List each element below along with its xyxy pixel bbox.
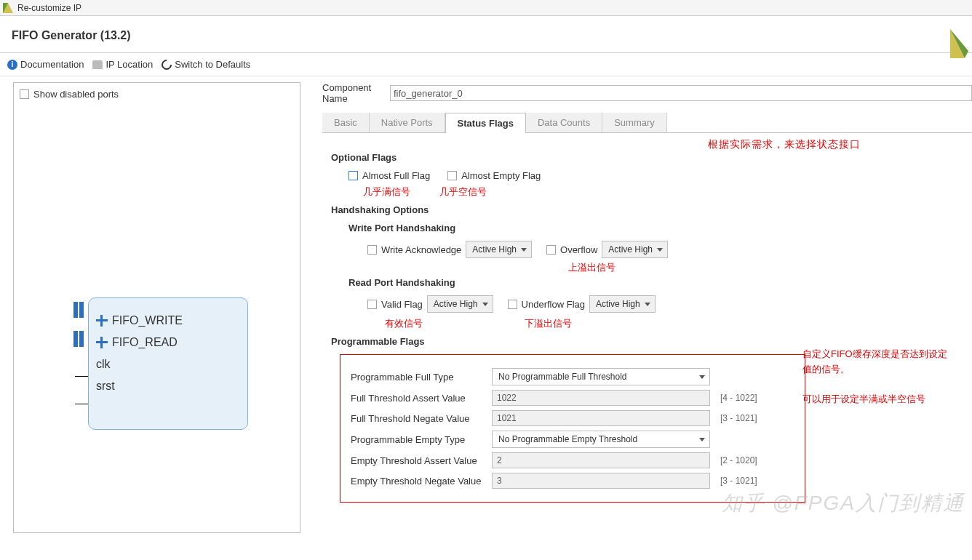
prog-full-type-select[interactable]: No Programmable Full Threshold [492, 368, 710, 385]
overflow-label: Overflow [560, 244, 597, 255]
switch-defaults-label: Switch to Defaults [175, 59, 250, 70]
empty-negate-range: [3 - 1021] [720, 476, 757, 486]
tab-data-counts[interactable]: Data Counts [526, 113, 602, 132]
handshaking-title: Handshaking Options [331, 204, 963, 215]
full-negate-label: Full Threshold Negate Value [351, 413, 482, 424]
expand-icon[interactable] [96, 337, 108, 348]
chevron-down-icon [521, 248, 527, 252]
component-name-label: Component Name [322, 82, 384, 104]
underflow-checkbox[interactable] [508, 300, 517, 309]
show-disabled-checkbox[interactable] [20, 89, 29, 99]
annotation-underflow: 下溢出信号 [525, 317, 572, 330]
header: FIFO Generator (13.2) [0, 16, 972, 53]
write-ack-select[interactable]: Active High [466, 241, 532, 258]
port-clk: clk [96, 358, 111, 371]
empty-negate-input[interactable] [492, 473, 710, 489]
annotation-side: 自定义FIFO缓存深度是否达到设定值的信号。 可以用于设定半满或半空信号 [802, 347, 948, 407]
valid-flag-checkbox[interactable] [367, 300, 377, 309]
toolbar: i Documentation IP Location Switch to De… [0, 53, 972, 76]
full-negate-input[interactable] [492, 410, 710, 426]
empty-negate-label: Empty Threshold Negate Value [351, 476, 482, 487]
empty-assert-input[interactable] [492, 452, 710, 468]
ip-block[interactable]: FIFO_WRITE FIFO_READ clk srst [88, 297, 248, 430]
almost-empty-checkbox[interactable] [447, 171, 457, 180]
chevron-down-icon [482, 303, 488, 306]
almost-full-checkbox[interactable] [348, 171, 358, 180]
refresh-icon [159, 57, 174, 72]
read-port-title: Read Port Handshaking [348, 277, 963, 288]
programmable-box: Programmable Full Type No Programmable F… [340, 354, 805, 503]
chevron-down-icon [699, 375, 705, 379]
optional-flags-title: Optional Flags [331, 152, 963, 163]
show-disabled-label: Show disabled ports [33, 89, 119, 100]
empty-assert-label: Empty Threshold Assert Value [351, 455, 482, 466]
switch-defaults-link[interactable]: Switch to Defaults [162, 59, 250, 70]
right-panel: Component Name Basic Native Ports Status… [300, 76, 972, 539]
documentation-link[interactable]: i Documentation [7, 59, 84, 70]
tab-summary[interactable]: Summary [602, 113, 667, 132]
tab-native-ports[interactable]: Native Ports [370, 113, 445, 132]
prog-empty-type-label: Programmable Empty Type [351, 434, 482, 445]
tab-status-flags[interactable]: Status Flags [445, 113, 526, 133]
page-title: FIFO Generator (13.2) [12, 29, 965, 42]
prog-full-type-label: Programmable Full Type [351, 372, 482, 383]
valid-select[interactable]: Active High [427, 295, 493, 313]
full-assert-input[interactable] [492, 390, 710, 406]
tabs: Basic Native Ports Status Flags Data Cou… [322, 113, 972, 133]
block-diagram: FIFO_WRITE FIFO_READ clk srst [18, 297, 295, 443]
annotation-valid: 有效信号 [385, 317, 423, 330]
write-ack-checkbox[interactable] [367, 245, 377, 255]
programmable-title: Programmable Flags [331, 336, 963, 347]
full-assert-label: Full Threshold Assert Value [351, 393, 482, 404]
info-icon: i [7, 60, 17, 70]
write-port-title: Write Port Handshaking [348, 223, 963, 233]
underflow-select[interactable]: Active High [589, 295, 656, 313]
empty-assert-range: [2 - 1020] [720, 455, 757, 465]
titlebar: Re-customize IP [0, 0, 972, 16]
underflow-label: Underflow Flag [522, 299, 585, 310]
port-fifo-read: FIFO_READ [112, 336, 178, 349]
annotation-overflow: 上溢出信号 [568, 262, 616, 273]
prog-empty-type-select[interactable]: No Programmable Empty Threshold [492, 431, 710, 448]
full-negate-range: [3 - 1021] [720, 413, 757, 423]
left-panel: Show disabled ports FIFO_WRITE FIFO_READ… [13, 82, 300, 533]
write-ack-label: Write Acknowledge [381, 244, 461, 255]
chevron-down-icon [657, 248, 663, 252]
component-name-input[interactable] [390, 85, 972, 101]
folder-icon [92, 60, 103, 69]
overflow-select[interactable]: Active High [602, 241, 668, 258]
port-fifo-write: FIFO_WRITE [112, 314, 183, 327]
tab-basic[interactable]: Basic [322, 113, 370, 132]
ip-location-link[interactable]: IP Location [92, 59, 153, 70]
documentation-label: Documentation [20, 59, 84, 70]
full-assert-range: [4 - 1022] [720, 393, 757, 403]
expand-icon[interactable] [96, 315, 108, 327]
annotation-almost-empty: 几乎空信号 [439, 185, 487, 199]
app-icon [3, 3, 13, 13]
overflow-checkbox[interactable] [546, 245, 556, 255]
port-srst: srst [96, 380, 115, 393]
vivado-logo [950, 22, 972, 58]
annotation-almost-full: 几乎满信号 [363, 185, 410, 199]
almost-empty-label: Almost Empty Flag [461, 170, 541, 181]
annotation-top: 根据实际需求，来选择状态接口 [708, 138, 861, 151]
valid-flag-label: Valid Flag [381, 299, 423, 310]
window-title: Re-customize IP [17, 3, 81, 13]
ip-location-label: IP Location [105, 59, 153, 70]
chevron-down-icon [699, 438, 705, 441]
almost-full-label: Almost Full Flag [362, 170, 430, 181]
chevron-down-icon [645, 303, 650, 306]
